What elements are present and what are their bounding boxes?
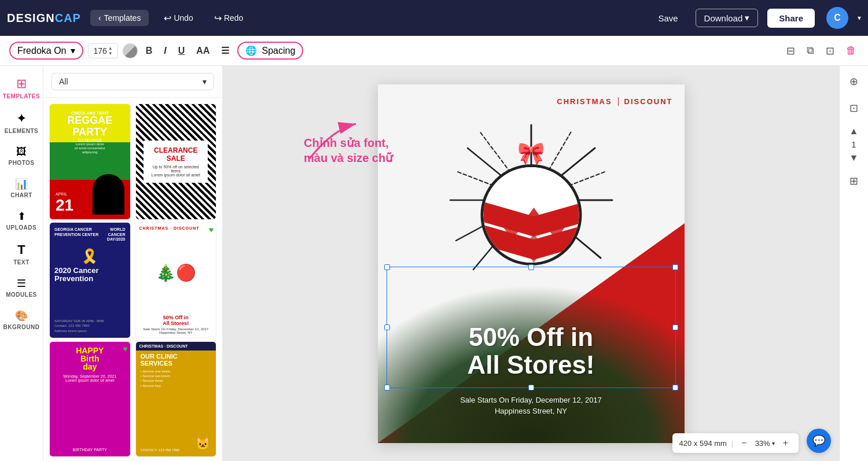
font-selector[interactable]: Fredoka On ▾ <box>9 42 83 60</box>
xmas-card: CHRISTMAS DISCOUNT <box>378 84 685 443</box>
sidebar-item-templates[interactable]: ⊞ TEMPLATES <box>2 72 41 104</box>
bow-emoji: 🎀 <box>480 142 582 164</box>
sidebar-item-background[interactable]: 🎨 BKGROUND <box>2 305 41 335</box>
duplicate-button[interactable]: ⊡ <box>823 42 837 60</box>
right-panel: ⊕ ⊡ ▲ 1 ▼ ⊞ <box>839 66 868 461</box>
next-page-button[interactable]: ▼ <box>846 152 862 164</box>
sidebar-item-uploads[interactable]: ⬆ UPLOADS <box>2 205 41 235</box>
zoom-in-button[interactable]: + <box>779 437 792 449</box>
globe-icon: 🌐 <box>245 45 257 56</box>
chevron-left-icon: ‹ <box>98 13 101 23</box>
ball-pattern-svg <box>483 167 582 265</box>
xmas-header: CHRISTMAS DISCOUNT <box>557 97 672 106</box>
zoom-value: 33% <box>755 439 770 448</box>
sidebar-label-uploads: UPLOADS <box>6 224 36 231</box>
sidebar-label-templates: TEMPLATES <box>3 93 40 99</box>
sidebar-item-modules[interactable]: ☰ MODULES <box>2 272 41 303</box>
annotation-line2: màu và size chữ <box>304 152 393 164</box>
undo-icon: ↩ <box>164 13 171 24</box>
annotation-text: Chỉnh sửa font, màu và size chữ <box>304 135 393 165</box>
align-button[interactable]: ☰ <box>218 43 233 58</box>
chat-button[interactable]: 💬 <box>807 429 831 453</box>
italic-button[interactable]: I <box>160 43 170 58</box>
zoom-out-button[interactable]: − <box>738 437 750 449</box>
toolbar-right-actions: ⊟ ⧉ ⊡ 🗑 <box>784 42 859 60</box>
paste-page-button[interactable]: ⊞ <box>846 171 862 191</box>
canvas-area[interactable]: Chỉnh sửa font, màu và size chữ CHRISTMA… <box>223 66 839 461</box>
templates-button[interactable]: ‹ Templates <box>90 10 149 26</box>
xmas-sub-line1: Sale Starts On Friday, December 12, 2017 <box>378 394 685 406</box>
text-toolbar: Fredoka On ▾ 176 ▲▼ B I U AA ☰ 🌐 Spacing… <box>0 36 868 66</box>
xmas-sub-text: Sale Starts On Friday, December 12, 2017… <box>378 394 685 417</box>
design-canvas[interactable]: CHRISTMAS DISCOUNT <box>378 84 685 443</box>
favorite-bday-icon: ♥ <box>123 344 127 353</box>
xmas-big-line2: All Stores! <box>378 351 685 379</box>
xmas-big-text: 50% Off in All Stores! <box>378 323 685 379</box>
ornament-ball <box>480 164 582 265</box>
pipe-divider: | <box>731 439 733 448</box>
align-icon: ☰ <box>221 46 229 56</box>
undo-button[interactable]: ↩ Undo <box>158 9 198 27</box>
modules-icon: ☰ <box>17 277 26 290</box>
chat-icon: 💬 <box>812 434 825 447</box>
sidebar-label-elements: ELEMENTS <box>5 128 38 134</box>
template-card-cancer[interactable]: GEORGIA CANCERPREVENTION CENTER WORLDCAN… <box>49 222 131 338</box>
spacing-label: Spacing <box>262 46 295 56</box>
template-preview-cancer: GEORGIA CANCERPREVENTION CENTER WORLDCAN… <box>50 223 130 338</box>
font-name-label: Fredoka On <box>17 46 66 56</box>
bold-button[interactable]: B <box>142 43 156 58</box>
copy-page-button[interactable]: ⊡ <box>846 98 862 118</box>
sidebar: ⊞ TEMPLATES ✦ ELEMENTS 🖼 PHOTOS 📊 CHART … <box>0 66 43 461</box>
font-size-control[interactable]: 176 ▲▼ <box>88 43 117 58</box>
avatar[interactable]: C <box>826 7 848 29</box>
sidebar-label-chart: CHART <box>10 192 32 198</box>
canvas-dimensions: 420 x 594 mm <box>679 439 727 448</box>
layers-button[interactable]: ⧉ <box>804 42 816 59</box>
spacing-control[interactable]: 🌐 Spacing <box>237 42 303 60</box>
template-card-reggae[interactable]: CHECK AND TIGHT REGGAEPARTY DJ GEORGE Lo… <box>49 104 131 220</box>
template-preview-sale: CLEARANCESALE Up to 50% off on selected … <box>136 104 216 219</box>
download-button[interactable]: Download ▾ <box>696 9 759 27</box>
case-button[interactable]: AA <box>193 43 213 58</box>
font-dropdown-icon: ▾ <box>71 45 75 56</box>
sidebar-item-text[interactable]: T TEXT <box>2 238 41 270</box>
zoom-value-container[interactable]: 33% ▾ <box>755 439 775 448</box>
save-button[interactable]: Save <box>650 10 686 27</box>
templates-grid: CHECK AND TIGHT REGGAEPARTY DJ GEORGE Lo… <box>43 98 222 461</box>
redo-button[interactable]: ↪ Redo <box>208 9 249 27</box>
chart-icon: 📊 <box>15 178 28 190</box>
share-button[interactable]: Share <box>767 9 815 28</box>
xmas-christmas-text: CHRISTMAS <box>557 97 612 106</box>
annotation-line1: Chỉnh sửa font, <box>304 137 389 149</box>
main-layout: ⊞ TEMPLATES ✦ ELEMENTS 🖼 PHOTOS 📊 CHART … <box>0 66 868 461</box>
template-card-xmas[interactable]: ♥ CHRISTMAS · DISCOUNT 🎄🔴 50% Off inAll … <box>135 222 217 338</box>
add-page-button[interactable]: ⊕ <box>846 72 862 91</box>
download-label: Download <box>704 13 743 23</box>
xmas-big-line1: 50% Off in <box>378 323 685 351</box>
sidebar-label-background: BKGROUND <box>3 324 40 330</box>
sidebar-item-elements[interactable]: ✦ ELEMENTS <box>2 106 41 139</box>
page-number: 1 <box>852 140 856 149</box>
page-navigation: ▲ 1 ▼ <box>846 125 862 164</box>
filter-label: All <box>59 77 68 86</box>
header-divider <box>618 97 619 106</box>
filter-chevron-icon: ▾ <box>203 77 207 86</box>
sidebar-item-chart[interactable]: 📊 CHART <box>2 173 41 203</box>
templates-filter-button[interactable]: All ▾ <box>52 73 214 90</box>
color-picker[interactable] <box>123 43 138 58</box>
avatar-caret-icon[interactable]: ▾ <box>858 14 861 22</box>
template-card-sale[interactable]: CLEARANCESALE Up to 50% off on selected … <box>135 104 217 220</box>
brand-logo: DESIGNCAP <box>7 12 81 25</box>
sidebar-item-photos[interactable]: 🖼 PHOTOS <box>2 141 41 171</box>
underline-button[interactable]: U <box>175 43 189 58</box>
align-edges-button[interactable]: ⊟ <box>784 42 797 60</box>
template-preview-clinic: CHRISTMAS · DISCOUNT OUR CLINICSERVICES … <box>136 342 216 457</box>
brand-name: DESIGNCAP <box>7 12 81 25</box>
delete-button[interactable]: 🗑 <box>844 42 859 59</box>
template-card-birthday[interactable]: ♥ HAPPYBirthday Monday, September 20, 20… <box>49 341 131 458</box>
canvas-inner: CHRISTMAS DISCOUNT <box>378 84 685 443</box>
prev-page-button[interactable]: ▲ <box>846 125 862 138</box>
template-card-clinic[interactable]: CHRISTMAS · DISCOUNT OUR CLINICSERVICES … <box>135 341 217 458</box>
background-icon: 🎨 <box>15 309 28 322</box>
font-size-value: 176 <box>93 46 106 56</box>
